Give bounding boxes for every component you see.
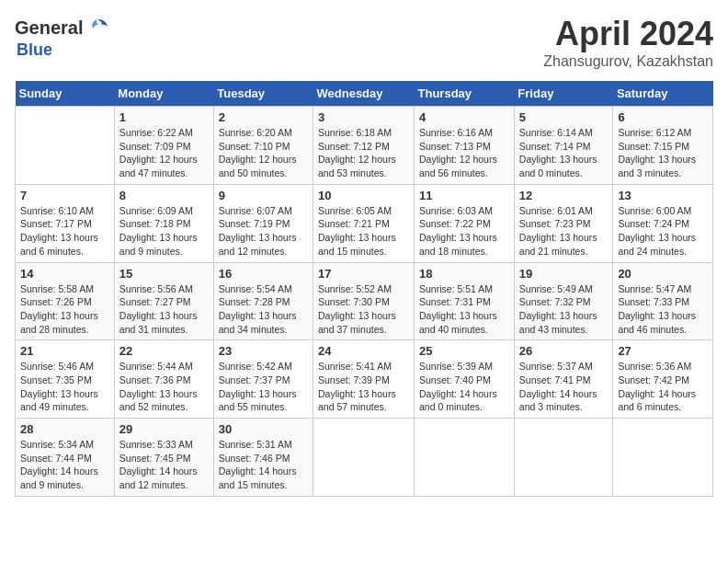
calendar-cell: 1Sunrise: 6:22 AMSunset: 7:09 PMDaylight… [114,107,213,185]
calendar-cell: 25Sunrise: 5:39 AMSunset: 7:40 PMDayligh… [415,340,515,419]
day-number: 15 [119,267,209,281]
day-number: 22 [119,344,209,358]
day-number: 12 [519,189,609,202]
calendar-cell: 16Sunrise: 5:54 AMSunset: 7:28 PMDayligh… [213,262,313,340]
calendar-cell [16,107,115,185]
calendar-cell: 7Sunrise: 6:10 AMSunset: 7:17 PMDaylight… [16,184,115,262]
day-header-thursday: Thursday [415,81,515,107]
day-number: 8 [119,189,209,202]
day-info: Sunrise: 5:42 AMSunset: 7:37 PMDaylight:… [219,360,308,414]
calendar-cell: 8Sunrise: 6:09 AMSunset: 7:18 PMDaylight… [114,184,213,262]
day-header-tuesday: Tuesday [213,81,313,107]
day-number: 21 [20,344,109,358]
day-info: Sunrise: 5:39 AMSunset: 7:40 PMDaylight:… [419,360,509,414]
day-info: Sunrise: 6:18 AMSunset: 7:12 PMDaylight:… [318,126,409,180]
day-number: 27 [618,344,708,358]
calendar-cell: 4Sunrise: 6:16 AMSunset: 7:13 PMDaylight… [415,107,515,185]
day-number: 17 [318,267,409,281]
day-header-wednesday: Wednesday [313,81,415,107]
day-info: Sunrise: 6:16 AMSunset: 7:13 PMDaylight:… [419,126,509,180]
logo-text: General [15,15,110,40]
calendar-cell [613,419,713,497]
day-number: 2 [219,110,308,124]
day-number: 24 [318,344,409,358]
day-info: Sunrise: 5:54 AMSunset: 7:28 PMDaylight:… [219,282,308,337]
calendar-cell: 24Sunrise: 5:41 AMSunset: 7:39 PMDayligh… [313,340,415,419]
calendar-cell: 11Sunrise: 6:03 AMSunset: 7:22 PMDayligh… [415,184,515,262]
calendar-week-row: 7Sunrise: 6:10 AMSunset: 7:17 PMDaylight… [16,184,713,262]
subtitle: Zhansugurov, Kazakhstan [543,53,713,70]
main-title: April 2024 [543,15,713,53]
day-info: Sunrise: 5:44 AMSunset: 7:36 PMDaylight:… [119,360,209,414]
calendar-cell: 15Sunrise: 5:56 AMSunset: 7:27 PMDayligh… [114,262,213,340]
day-number: 10 [318,189,409,202]
day-info: Sunrise: 6:14 AMSunset: 7:14 PMDaylight:… [519,126,609,180]
calendar-cell: 5Sunrise: 6:14 AMSunset: 7:14 PMDaylight… [514,107,613,185]
calendar-cell: 30Sunrise: 5:31 AMSunset: 7:46 PMDayligh… [213,419,313,497]
day-info: Sunrise: 6:20 AMSunset: 7:10 PMDaylight:… [219,126,308,180]
logo-general: General [15,17,83,39]
calendar-week-row: 28Sunrise: 5:34 AMSunset: 7:44 PMDayligh… [16,419,713,497]
calendar-cell: 22Sunrise: 5:44 AMSunset: 7:36 PMDayligh… [114,340,213,419]
calendar-cell: 10Sunrise: 6:05 AMSunset: 7:21 PMDayligh… [313,184,415,262]
calendar-cell [514,419,613,497]
day-info: Sunrise: 6:03 AMSunset: 7:22 PMDaylight:… [419,204,509,259]
day-info: Sunrise: 5:56 AMSunset: 7:27 PMDaylight:… [119,282,209,337]
day-number: 3 [318,110,409,124]
day-info: Sunrise: 6:00 AMSunset: 7:24 PMDaylight:… [618,204,708,259]
day-info: Sunrise: 5:37 AMSunset: 7:41 PMDaylight:… [519,360,609,414]
day-info: Sunrise: 5:46 AMSunset: 7:35 PMDaylight:… [20,360,109,414]
day-header-sunday: Sunday [16,81,115,107]
logo-blue: Blue [17,40,52,60]
calendar-cell: 6Sunrise: 6:12 AMSunset: 7:15 PMDaylight… [613,107,713,185]
day-number: 11 [419,189,509,202]
day-number: 23 [219,344,308,358]
calendar-cell: 2Sunrise: 6:20 AMSunset: 7:10 PMDaylight… [213,107,313,185]
calendar-cell: 13Sunrise: 6:00 AMSunset: 7:24 PMDayligh… [613,184,713,262]
day-number: 29 [119,422,209,436]
day-info: Sunrise: 5:41 AMSunset: 7:39 PMDaylight:… [318,360,409,414]
day-info: Sunrise: 5:49 AMSunset: 7:32 PMDaylight:… [519,282,609,337]
day-number: 18 [419,267,509,281]
calendar-cell: 20Sunrise: 5:47 AMSunset: 7:33 PMDayligh… [613,262,713,340]
day-info: Sunrise: 6:22 AMSunset: 7:09 PMDaylight:… [119,126,209,180]
calendar-cell [313,419,415,497]
day-info: Sunrise: 5:31 AMSunset: 7:46 PMDaylight:… [219,438,308,492]
day-number: 1 [119,110,209,124]
day-number: 7 [20,189,109,202]
day-info: Sunrise: 5:47 AMSunset: 7:33 PMDaylight:… [618,282,708,337]
day-info: Sunrise: 5:34 AMSunset: 7:44 PMDaylight:… [20,438,109,492]
header: General Blue April 2024 Zhansugurov, Kaz… [15,15,713,70]
day-number: 25 [419,344,509,358]
logo: General Blue [15,15,110,60]
calendar-header-row: SundayMondayTuesdayWednesdayThursdayFrid… [16,81,713,107]
calendar-week-row: 1Sunrise: 6:22 AMSunset: 7:09 PMDaylight… [16,107,713,185]
day-info: Sunrise: 5:33 AMSunset: 7:45 PMDaylight:… [119,438,209,492]
day-info: Sunrise: 6:01 AMSunset: 7:23 PMDaylight:… [519,204,609,259]
calendar-cell: 26Sunrise: 5:37 AMSunset: 7:41 PMDayligh… [514,340,613,419]
day-info: Sunrise: 6:05 AMSunset: 7:21 PMDaylight:… [318,204,409,259]
calendar-table: SundayMondayTuesdayWednesdayThursdayFrid… [15,81,713,497]
day-header-monday: Monday [114,81,213,107]
day-info: Sunrise: 5:52 AMSunset: 7:30 PMDaylight:… [318,282,409,337]
calendar-cell: 17Sunrise: 5:52 AMSunset: 7:30 PMDayligh… [313,262,415,340]
day-info: Sunrise: 6:10 AMSunset: 7:17 PMDaylight:… [20,204,109,259]
calendar-cell: 14Sunrise: 5:58 AMSunset: 7:26 PMDayligh… [16,262,115,340]
calendar-cell: 28Sunrise: 5:34 AMSunset: 7:44 PMDayligh… [16,419,115,497]
day-number: 26 [519,344,609,358]
day-number: 20 [618,267,708,281]
day-number: 6 [618,110,708,124]
day-number: 4 [419,110,509,124]
calendar-cell: 19Sunrise: 5:49 AMSunset: 7:32 PMDayligh… [514,262,613,340]
title-area: April 2024 Zhansugurov, Kazakhstan [543,15,713,70]
day-number: 19 [519,267,609,281]
calendar-cell: 29Sunrise: 5:33 AMSunset: 7:45 PMDayligh… [114,419,213,497]
calendar-cell: 3Sunrise: 6:18 AMSunset: 7:12 PMDaylight… [313,107,415,185]
day-info: Sunrise: 6:12 AMSunset: 7:15 PMDaylight:… [618,126,708,180]
calendar-cell [415,419,515,497]
calendar-cell: 21Sunrise: 5:46 AMSunset: 7:35 PMDayligh… [16,340,115,419]
day-number: 5 [519,110,609,124]
day-info: Sunrise: 5:58 AMSunset: 7:26 PMDaylight:… [20,282,109,337]
day-number: 16 [219,267,308,281]
day-number: 9 [219,189,308,202]
